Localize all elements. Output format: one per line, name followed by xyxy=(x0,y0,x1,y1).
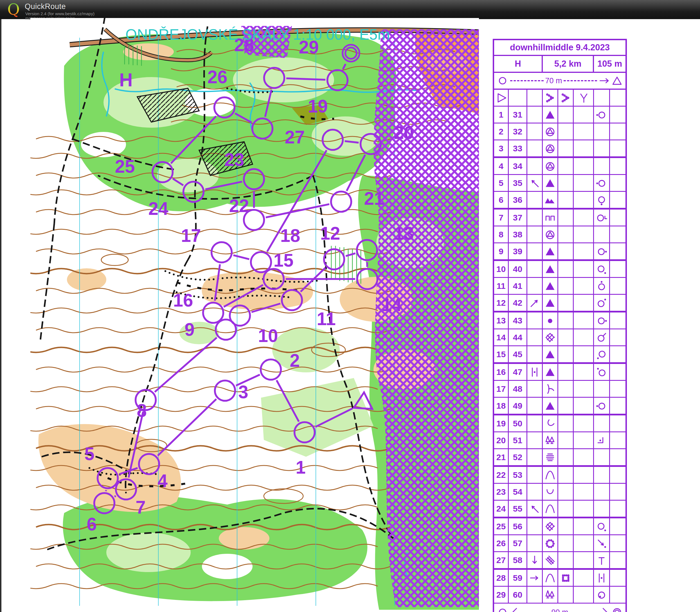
card-row: 636 xyxy=(494,192,626,210)
boulder-icon xyxy=(544,348,556,361)
card-row: 2253 xyxy=(494,467,626,484)
control-number: 27 xyxy=(285,127,305,148)
spur-icon xyxy=(544,383,556,395)
circle-dot-e-icon xyxy=(596,315,608,327)
card-row: 1141 xyxy=(494,278,626,295)
card-row: 939 xyxy=(494,243,626,261)
circle-dot-e-icon xyxy=(596,245,608,258)
card-row: 2051 xyxy=(494,432,626,449)
card-row: 2859 xyxy=(494,570,626,587)
control-number: 6 xyxy=(87,514,97,534)
card-row: 232 xyxy=(494,124,626,140)
boulder-icon xyxy=(544,280,556,292)
card-row: 333 xyxy=(494,140,626,158)
boulder-icon xyxy=(544,177,556,189)
control-number: 12 xyxy=(320,223,340,244)
card-row: 434 xyxy=(494,158,626,175)
circle-dot-se-icon xyxy=(596,263,608,275)
card-row: 2354 xyxy=(494,484,626,501)
arrow-se-dot-icon xyxy=(596,537,608,550)
chevron-left-icon xyxy=(509,606,521,612)
app-header: Q QuickRoute Version 2.4 (for www.bestik… xyxy=(0,0,700,19)
control-number: 10 xyxy=(258,326,278,346)
app-version-text: Version 2.4 (for www.bestik.cz/mapy) xyxy=(25,11,95,16)
card-row: 1242 xyxy=(494,295,626,312)
reentrant-ne-icon xyxy=(544,417,556,430)
corner-dot-icon xyxy=(596,434,608,447)
boulder-icon xyxy=(544,245,556,258)
control-number: 9 xyxy=(184,320,195,340)
control-number: 24 xyxy=(148,198,168,219)
course-leg xyxy=(114,496,116,497)
map-canvas[interactable]: 1234567891011121314151617181920212223242… xyxy=(30,18,479,610)
between-icon xyxy=(529,366,541,378)
card-row: 1748 xyxy=(494,381,626,398)
card-row: 1950 xyxy=(494,415,626,432)
dotted-chevron-icon xyxy=(559,92,572,104)
start-distance: 70 m xyxy=(545,76,562,85)
course-leg xyxy=(155,337,216,392)
t-bar-icon xyxy=(596,554,608,567)
course-leg xyxy=(266,204,329,218)
control-number: 15 xyxy=(274,250,293,270)
card-title: downhillmiddle 9.4.2023 xyxy=(494,40,626,56)
trees2-icon xyxy=(544,589,556,601)
dash-line xyxy=(510,80,544,81)
card-row: 1040 xyxy=(494,261,626,278)
finish-double-circle-icon xyxy=(611,606,623,612)
dotted-circle-icon xyxy=(544,537,556,550)
circle-dot-sw-icon xyxy=(596,348,608,361)
control-circle xyxy=(215,380,235,401)
card-row: 2556 xyxy=(494,518,626,535)
control-circle xyxy=(203,303,223,323)
finish-distance: 90 m xyxy=(521,608,599,612)
boulder-icon xyxy=(544,109,556,121)
circle-icon xyxy=(496,606,509,612)
card-row: 2455 xyxy=(494,501,626,518)
card-class: H xyxy=(494,56,543,72)
hill-icon xyxy=(544,572,556,584)
control-circle xyxy=(324,249,344,269)
control-number: 16 xyxy=(173,290,193,310)
control-number: 13 xyxy=(394,223,414,244)
between-icon xyxy=(596,572,608,584)
card-row: 2657 xyxy=(494,535,626,552)
dotted-square-icon xyxy=(559,572,572,584)
control-number: 5 xyxy=(84,444,95,464)
circle-dot-w-icon xyxy=(596,177,608,189)
control-number: 4 xyxy=(157,471,168,491)
control-number: 17 xyxy=(181,225,201,246)
control-number: 2 xyxy=(290,350,300,371)
control-number: 11 xyxy=(317,309,336,329)
control-number: 20 xyxy=(394,123,414,143)
circle-corner-e-icon xyxy=(596,211,608,224)
control-number: 19 xyxy=(308,96,328,116)
card-row: 1849 xyxy=(494,398,626,415)
boulder-cluster-icon xyxy=(544,160,556,172)
card-course-info: H 5,2 km 105 m xyxy=(494,56,626,73)
arrow-nw-icon xyxy=(529,177,541,189)
course-leg xyxy=(234,255,250,259)
boulder-icon xyxy=(544,366,556,378)
boulder-icon xyxy=(544,263,556,275)
stony-ground-icon xyxy=(544,520,556,533)
quickroute-logo-icon: Q xyxy=(5,1,22,18)
control-number: 21 xyxy=(364,189,384,209)
hill-icon xyxy=(544,503,556,515)
arrow-s-icon xyxy=(529,554,541,567)
control-number: 22 xyxy=(229,196,249,216)
circle-dot-w-icon xyxy=(596,400,608,412)
boulder-icon xyxy=(544,297,556,309)
card-row: 1545 xyxy=(494,346,626,364)
knoll-icon xyxy=(544,315,556,327)
control-number: 18 xyxy=(280,225,300,246)
card-row: 1343 xyxy=(494,312,626,329)
control-number: 8 xyxy=(137,401,147,421)
card-row: 2152 xyxy=(494,449,626,467)
circle-dot-ne-icon xyxy=(596,297,608,309)
control-number: 7 xyxy=(136,497,146,517)
course-leg xyxy=(346,253,355,256)
card-row: 131 xyxy=(494,107,626,124)
card-rows: 1312323334345356367378389391040114112421… xyxy=(494,90,626,603)
ruin-icon xyxy=(544,211,556,224)
